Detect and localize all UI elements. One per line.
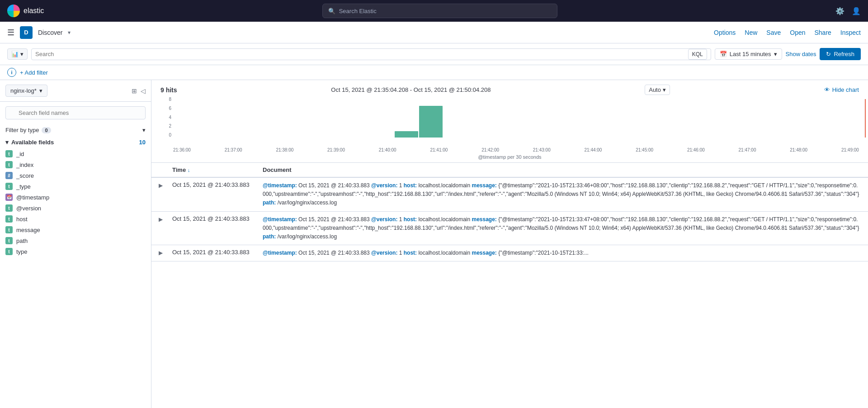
field-type-badge: t [5, 161, 13, 168]
eye-icon: 👁 [824, 86, 830, 93]
field-name: _type [16, 183, 31, 190]
time-picker-chevron-icon: ▾ [774, 51, 777, 57]
field-name: @version [16, 205, 41, 212]
field-type-badge: t [5, 150, 13, 157]
search-fields-input[interactable] [5, 106, 146, 119]
chart-wrapper: 8 6 4 2 0 [160, 97, 859, 147]
kql-badge[interactable]: KQL [688, 49, 707, 60]
chart-header: 9 hits Oct 15, 2021 @ 21:35:04.208 - Oct… [160, 85, 859, 95]
available-fields-count: 10 [139, 139, 146, 146]
table-row: ▶Oct 15, 2021 @ 21:40:33.883@timestamp: … [151, 245, 868, 261]
field-item[interactable]: t_index [0, 159, 151, 170]
chart-bars [174, 101, 859, 138]
field-name: _index [16, 161, 33, 168]
time-picker[interactable]: 📅 Last 15 minutes ▾ [715, 48, 782, 60]
index-pattern-selector[interactable]: nginx-log* ▾ [5, 85, 47, 97]
alert-icon[interactable]: ⚙️ [835, 6, 844, 15]
index-selector-label: ▾ [20, 51, 24, 57]
field-item[interactable]: 📅@timestamp [0, 192, 151, 203]
chart-range: Oct 15, 2021 @ 21:35:04.208 - Oct 15, 20… [331, 86, 491, 93]
x-axis-label: 21:36:00 [173, 147, 191, 152]
discover-chevron-icon[interactable]: ▾ [68, 29, 71, 36]
field-type-badge: # [5, 172, 13, 179]
filter-info-icon[interactable]: i [7, 68, 16, 77]
field-item[interactable]: t_type [0, 181, 151, 192]
elastic-logo-text: elastic [24, 7, 44, 15]
field-item[interactable]: #_score [0, 170, 151, 181]
filter-by-type-chevron-icon: ▾ [142, 127, 146, 133]
index-pattern-chevron-icon: ▾ [39, 87, 42, 94]
discover-badge: D [20, 26, 33, 39]
filter-by-type[interactable]: Filter by type 0 ▾ [0, 124, 151, 136]
table-rows: ▶Oct 15, 2021 @ 21:40:33.883@timestamp: … [151, 178, 868, 261]
inspect-link[interactable]: Inspect [840, 29, 861, 36]
field-type-badge: t [5, 226, 13, 233]
x-axis-label: 21:49:00 [841, 147, 859, 152]
chart-x-title: @timestamp per 30 seconds [160, 154, 859, 162]
auto-select[interactable]: Auto ▾ [645, 85, 670, 95]
field-item[interactable]: tpath [0, 235, 151, 246]
field-name: path [16, 237, 28, 244]
search-row: 📊 ▾ KQL 📅 Last 15 minutes ▾ Show dates ↻… [0, 43, 868, 65]
user-icon[interactable]: 👤 [852, 6, 861, 15]
row-time: Oct 15, 2021 @ 21:40:33.883 [172, 181, 263, 188]
search-bar-container: 🔍 Search Elastic [49, 4, 830, 18]
field-item[interactable]: t_id [0, 148, 151, 159]
refresh-icon: ↻ [826, 51, 831, 57]
available-fields-label: Available fields [11, 139, 54, 146]
field-item[interactable]: thost [0, 213, 151, 224]
search-input[interactable] [35, 51, 688, 57]
sort-icon: ↓ [188, 167, 190, 173]
field-item[interactable]: t@version [0, 203, 151, 213]
x-axis-label: 21:38:00 [276, 147, 293, 152]
sidebar-columns-icon[interactable]: ⊞ [132, 87, 137, 95]
filter-row: i + Add filter [0, 65, 868, 80]
expand-row-button[interactable]: ▶ [159, 215, 172, 223]
share-link[interactable]: Share [815, 29, 831, 36]
row-time: Oct 15, 2021 @ 21:40:33.883 [172, 215, 263, 222]
search-fields-container: 🔍 [0, 102, 151, 124]
new-link[interactable]: New [745, 29, 757, 36]
search-fields-wrapper: 🔍 [5, 106, 146, 119]
refresh-button[interactable]: ↻ Refresh [820, 48, 861, 60]
field-name: _score [16, 172, 34, 179]
field-item[interactable]: tmessage [0, 224, 151, 235]
col-document-header: Document [263, 166, 861, 173]
auto-chevron-icon: ▾ [663, 86, 666, 93]
field-type-badge: 📅 [5, 194, 13, 201]
field-list: t_idt_index#_scoret_type📅@timestampt@ver… [0, 148, 151, 257]
available-fields-header[interactable]: ▾ Available fields 10 [0, 136, 151, 148]
sidebar-collapse-icon[interactable]: ◁ [141, 87, 146, 95]
global-search-bar[interactable]: 🔍 Search Elastic [322, 4, 557, 18]
chart-red-line [865, 99, 866, 138]
save-link[interactable]: Save [766, 29, 781, 36]
expand-row-button[interactable]: ▶ [159, 181, 172, 189]
top-nav: elastic 🔍 Search Elastic ⚙️ 👤 [0, 0, 868, 22]
x-axis-label: 21:40:00 [379, 147, 396, 152]
expand-row-button[interactable]: ▶ [159, 249, 172, 256]
x-axis-label: 21:43:00 [533, 147, 551, 152]
chart-y-axis: 8 6 4 2 0 [160, 97, 173, 138]
search-input-wrapper[interactable]: KQL [31, 48, 711, 60]
time-range-label: Last 15 minutes [730, 51, 771, 57]
show-dates-button[interactable]: Show dates [786, 51, 816, 57]
elastic-logo[interactable]: elastic [7, 5, 44, 17]
hamburger-menu[interactable]: ☰ [7, 28, 14, 38]
add-filter-button[interactable]: + Add filter [20, 69, 48, 76]
hide-chart-button[interactable]: 👁 Hide chart [824, 86, 859, 93]
field-name: host [16, 216, 28, 223]
field-item[interactable]: ttype [0, 246, 151, 257]
global-search-placeholder: Search Elastic [339, 8, 377, 14]
open-link[interactable]: Open [790, 29, 805, 36]
main-content: nginx-log* ▾ ⊞ ◁ 🔍 Filter by type 0 ▾ ▾ [0, 80, 868, 408]
options-link[interactable]: Options [714, 29, 736, 36]
index-selector[interactable]: 📊 ▾ [7, 48, 28, 60]
filter-count-badge: 0 [42, 127, 51, 133]
table-row: ▶Oct 15, 2021 @ 21:40:33.883@timestamp: … [151, 178, 868, 212]
sidebar-icons: ⊞ ◁ [132, 87, 146, 95]
search-icon: 🔍 [328, 8, 335, 14]
discover-label: Discover [38, 29, 62, 36]
x-axis-label: 21:37:00 [225, 147, 242, 152]
chart-bar [419, 106, 443, 138]
field-type-badge: t [5, 183, 13, 190]
